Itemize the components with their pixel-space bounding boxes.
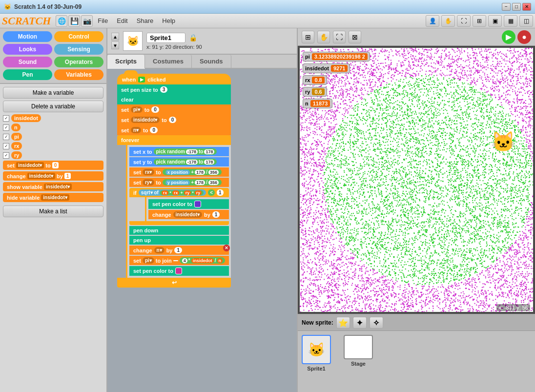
sprite-nav-up[interactable]: ▲: [111, 33, 119, 41]
category-variables[interactable]: Variables: [54, 69, 103, 80]
sprite-lock-icon[interactable]: 🔒: [189, 34, 197, 41]
pi-dropdown[interactable]: pi▾: [131, 106, 143, 113]
person-icon[interactable]: 👤: [426, 15, 439, 27]
tab-costumes[interactable]: Costumes: [145, 55, 192, 68]
var-check-rx[interactable]: ✓: [3, 143, 9, 149]
maximize-button[interactable]: □: [512, 3, 521, 11]
globe-icon[interactable]: 🌐: [56, 15, 67, 27]
stage-item[interactable]: Stage: [344, 335, 373, 367]
set-pen-size-block[interactable]: set pen size to 3: [117, 84, 231, 95]
close-button[interactable]: ✕: [522, 3, 531, 11]
monitor-ry: ry 0.6: [303, 87, 327, 97]
change-insidedot-dropdown[interactable]: insidedot▾: [173, 211, 202, 218]
change-n-dropdown[interactable]: n▾: [154, 247, 165, 253]
titlebar-title: 🐱 Scratch 1.4 of 30-Jun-09: [4, 3, 82, 10]
menu-file[interactable]: File: [94, 15, 112, 26]
palette-set-insidedot[interactable]: set insidedot▾ to 0: [3, 161, 103, 170]
menu-share[interactable]: Share: [133, 15, 158, 26]
pen-color2-swatch[interactable]: [175, 268, 182, 274]
pointer-tool-icon[interactable]: ✋: [317, 31, 330, 43]
forever-inner: set x to pick random -178 to 178 set y t…: [126, 145, 231, 278]
pen-size-value[interactable]: 3: [160, 86, 168, 93]
toggle-panel-icon[interactable]: ⊞: [302, 31, 314, 43]
new-sprite-label: New sprite:: [302, 319, 333, 326]
one-value[interactable]: 1: [217, 189, 224, 196]
tab-sounds[interactable]: Sounds: [192, 55, 231, 68]
n-val[interactable]: 0: [150, 127, 158, 133]
var-check-n[interactable]: ✓: [3, 124, 9, 131]
category-pen[interactable]: Pen: [3, 69, 52, 80]
scripts-area[interactable]: when ▶ clicked set pen size to 3 clear s…: [107, 69, 297, 392]
layout1-icon[interactable]: ▣: [488, 15, 502, 27]
fullscreen-icon[interactable]: ⛶: [457, 15, 471, 27]
sprite-item-sprite1[interactable]: 🐱 Sprite1: [302, 335, 331, 371]
set-pen-color2-block[interactable]: set pen color to: [129, 266, 229, 276]
set-pen-color-block[interactable]: set pen color to: [148, 199, 229, 209]
change-n-val[interactable]: 1: [174, 247, 182, 253]
sprite-name[interactable]: Sprite1: [146, 33, 185, 43]
var-check-ry[interactable]: ✓: [3, 152, 9, 159]
sprite-nav-down[interactable]: ▼: [111, 41, 119, 49]
category-sound[interactable]: Sound: [3, 57, 52, 67]
grid-icon[interactable]: ⊞: [473, 15, 486, 27]
category-looks[interactable]: Looks: [3, 44, 52, 55]
set-ry-block[interactable]: set ry▾ to y position + 178 / 356: [129, 178, 229, 187]
var-check-insidedot[interactable]: ✓: [3, 115, 9, 122]
delete-variable-button[interactable]: Delete a variable: [3, 101, 103, 112]
paint-sprite-button[interactable]: ⭐: [336, 317, 350, 329]
monitor-ry-value: 0.6: [312, 88, 324, 95]
palette-hide-variable[interactable]: hide variable insidedot▾: [3, 193, 103, 202]
forever-arrow: ↩: [117, 278, 231, 288]
set-x-block[interactable]: set x to pick random -178 to 178: [129, 147, 229, 156]
category-motion[interactable]: Motion: [3, 31, 52, 42]
stage-canvas[interactable]: pi 3.12338920239198 2 insidedot 9271 rx …: [300, 48, 533, 312]
import-sprite-button[interactable]: ✧: [370, 317, 383, 329]
save-icon[interactable]: 💾: [68, 15, 80, 27]
insidedot-val[interactable]: 0: [169, 117, 177, 123]
x-close-icon[interactable]: ✕: [223, 245, 230, 251]
zoom-full-icon[interactable]: ⊠: [349, 31, 361, 43]
make-list-button[interactable]: Make a list: [3, 206, 103, 217]
category-operators[interactable]: Operators: [54, 57, 103, 67]
menu-edit[interactable]: Edit: [113, 15, 131, 26]
change-n-block[interactable]: change n▾ by 1 ✕: [129, 246, 229, 255]
set-pi-join-block[interactable]: set pi▾ to join 4 * insidedot / n: [129, 256, 229, 265]
change-insidedot-val[interactable]: 1: [212, 211, 220, 218]
forever-block-top[interactable]: forever: [117, 135, 231, 145]
minimize-button[interactable]: −: [502, 3, 511, 11]
pen-up-block[interactable]: pen up: [129, 236, 229, 245]
var-label-rx: rx: [11, 142, 22, 150]
change-insidedot-block[interactable]: change insidedot▾ by 1: [148, 210, 229, 219]
when-clicked-block[interactable]: when ▶ clicked: [117, 74, 231, 84]
stop-button[interactable]: ●: [517, 30, 531, 44]
camera-icon[interactable]: 📷: [81, 15, 93, 27]
set-n-block[interactable]: set n▾ to 0: [117, 125, 231, 135]
pi-val[interactable]: 0: [151, 106, 159, 113]
zoom-fit-icon[interactable]: ⛶: [333, 31, 346, 43]
layout3-icon[interactable]: ◫: [519, 15, 533, 27]
layout2-icon[interactable]: ▦: [504, 15, 517, 27]
set-y-block[interactable]: set y to pick random -178 to 178: [129, 157, 229, 166]
make-variable-button[interactable]: Make a variable: [3, 87, 103, 99]
var-check-pi[interactable]: ✓: [3, 134, 9, 140]
pen-down-block[interactable]: pen down: [129, 226, 229, 235]
if-block-top[interactable]: if sqrt▾ of rx * rx + ry * ry: [129, 188, 229, 197]
category-control[interactable]: Control: [54, 31, 103, 42]
pen-color-swatch[interactable]: [194, 201, 201, 207]
menu-help[interactable]: Help: [158, 15, 179, 26]
category-sensing[interactable]: Sensing: [54, 44, 103, 55]
green-flag-button[interactable]: ▶: [502, 30, 515, 44]
n-dropdown[interactable]: n▾: [131, 127, 141, 133]
monitor-insidedot: insidedot 9271: [303, 63, 350, 73]
pointer-icon[interactable]: ✋: [441, 15, 455, 27]
palette-change-insidedot[interactable]: change insidedot▾ by 1: [3, 171, 103, 181]
random-sprite-button[interactable]: ✦: [353, 317, 367, 329]
set-rx-block[interactable]: set rx▾ to x position + 178 / 356: [129, 167, 229, 177]
tab-scripts[interactable]: Scripts: [107, 55, 145, 69]
clear-block[interactable]: clear: [117, 95, 231, 104]
set-insidedot-block[interactable]: set insidedot▾ to 0: [117, 115, 231, 125]
set-pi-block[interactable]: set pi▾ to 0: [117, 104, 231, 115]
palette-show-variable[interactable]: show variable insidedot▾: [3, 182, 103, 191]
insidedot-dropdown[interactable]: insidedot▾: [131, 117, 160, 123]
stage-thumbnail: [344, 335, 373, 359]
